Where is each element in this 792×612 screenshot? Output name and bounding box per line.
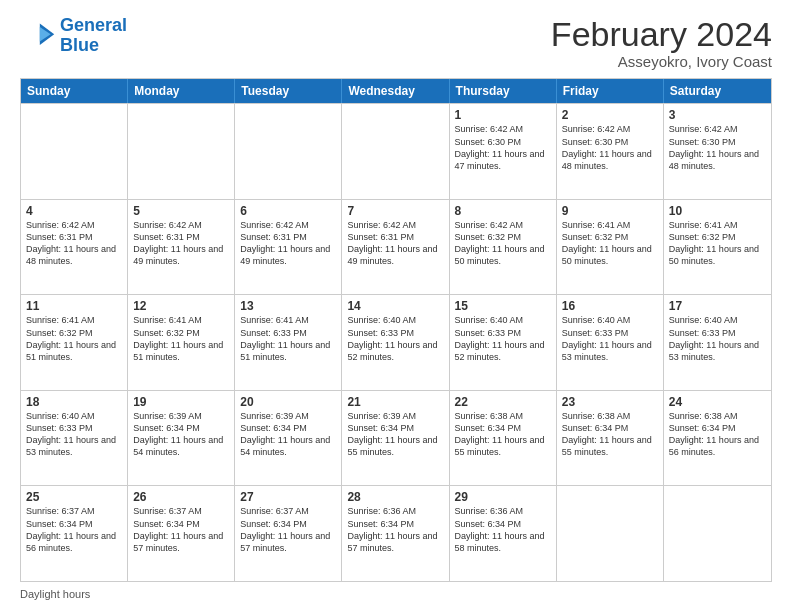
day-number: 1 [455, 108, 551, 122]
calendar-header: SundayMondayTuesdayWednesdayThursdayFrid… [21, 79, 771, 103]
cal-header-thursday: Thursday [450, 79, 557, 103]
day-info: Sunrise: 6:42 AM Sunset: 6:31 PM Dayligh… [347, 219, 443, 268]
day-info: Sunrise: 6:42 AM Sunset: 6:32 PM Dayligh… [455, 219, 551, 268]
cal-cell: 26Sunrise: 6:37 AM Sunset: 6:34 PM Dayli… [128, 486, 235, 581]
cal-cell: 13Sunrise: 6:41 AM Sunset: 6:33 PM Dayli… [235, 295, 342, 390]
day-number: 4 [26, 204, 122, 218]
logo: General Blue [20, 16, 127, 56]
logo-blue: Blue [60, 35, 99, 55]
day-info: Sunrise: 6:38 AM Sunset: 6:34 PM Dayligh… [455, 410, 551, 459]
logo-icon [20, 18, 56, 54]
cal-cell [21, 104, 128, 199]
cal-week-1: 1Sunrise: 6:42 AM Sunset: 6:30 PM Daylig… [21, 103, 771, 199]
calendar: SundayMondayTuesdayWednesdayThursdayFrid… [20, 78, 772, 582]
cal-cell: 12Sunrise: 6:41 AM Sunset: 6:32 PM Dayli… [128, 295, 235, 390]
day-number: 16 [562, 299, 658, 313]
day-number: 17 [669, 299, 766, 313]
day-number: 6 [240, 204, 336, 218]
logo-general: General [60, 15, 127, 35]
day-info: Sunrise: 6:36 AM Sunset: 6:34 PM Dayligh… [347, 505, 443, 554]
cal-cell: 17Sunrise: 6:40 AM Sunset: 6:33 PM Dayli… [664, 295, 771, 390]
cal-cell: 24Sunrise: 6:38 AM Sunset: 6:34 PM Dayli… [664, 391, 771, 486]
cal-header-sunday: Sunday [21, 79, 128, 103]
cal-cell: 29Sunrise: 6:36 AM Sunset: 6:34 PM Dayli… [450, 486, 557, 581]
day-info: Sunrise: 6:40 AM Sunset: 6:33 PM Dayligh… [347, 314, 443, 363]
day-number: 21 [347, 395, 443, 409]
day-number: 5 [133, 204, 229, 218]
cal-week-4: 18Sunrise: 6:40 AM Sunset: 6:33 PM Dayli… [21, 390, 771, 486]
cal-cell: 5Sunrise: 6:42 AM Sunset: 6:31 PM Daylig… [128, 200, 235, 295]
cal-cell [235, 104, 342, 199]
day-number: 22 [455, 395, 551, 409]
day-number: 24 [669, 395, 766, 409]
day-number: 26 [133, 490, 229, 504]
day-number: 2 [562, 108, 658, 122]
cal-cell: 7Sunrise: 6:42 AM Sunset: 6:31 PM Daylig… [342, 200, 449, 295]
day-info: Sunrise: 6:42 AM Sunset: 6:31 PM Dayligh… [133, 219, 229, 268]
page: General Blue February 2024 Asseyokro, Iv… [0, 0, 792, 612]
cal-header-wednesday: Wednesday [342, 79, 449, 103]
cal-cell [128, 104, 235, 199]
cal-header-tuesday: Tuesday [235, 79, 342, 103]
day-info: Sunrise: 6:37 AM Sunset: 6:34 PM Dayligh… [240, 505, 336, 554]
day-info: Sunrise: 6:40 AM Sunset: 6:33 PM Dayligh… [455, 314, 551, 363]
day-info: Sunrise: 6:42 AM Sunset: 6:30 PM Dayligh… [455, 123, 551, 172]
day-number: 7 [347, 204, 443, 218]
cal-cell: 2Sunrise: 6:42 AM Sunset: 6:30 PM Daylig… [557, 104, 664, 199]
header: General Blue February 2024 Asseyokro, Iv… [20, 16, 772, 70]
footer: Daylight hours [20, 588, 772, 600]
day-number: 13 [240, 299, 336, 313]
day-info: Sunrise: 6:41 AM Sunset: 6:32 PM Dayligh… [133, 314, 229, 363]
cal-cell: 15Sunrise: 6:40 AM Sunset: 6:33 PM Dayli… [450, 295, 557, 390]
day-info: Sunrise: 6:41 AM Sunset: 6:33 PM Dayligh… [240, 314, 336, 363]
cal-header-monday: Monday [128, 79, 235, 103]
cal-cell: 27Sunrise: 6:37 AM Sunset: 6:34 PM Dayli… [235, 486, 342, 581]
cal-cell: 19Sunrise: 6:39 AM Sunset: 6:34 PM Dayli… [128, 391, 235, 486]
daylight-label: Daylight hours [20, 588, 90, 600]
day-number: 3 [669, 108, 766, 122]
day-info: Sunrise: 6:40 AM Sunset: 6:33 PM Dayligh… [26, 410, 122, 459]
logo-text: General Blue [60, 16, 127, 56]
day-info: Sunrise: 6:37 AM Sunset: 6:34 PM Dayligh… [26, 505, 122, 554]
cal-week-5: 25Sunrise: 6:37 AM Sunset: 6:34 PM Dayli… [21, 485, 771, 581]
day-info: Sunrise: 6:42 AM Sunset: 6:31 PM Dayligh… [26, 219, 122, 268]
day-info: Sunrise: 6:42 AM Sunset: 6:31 PM Dayligh… [240, 219, 336, 268]
cal-cell: 1Sunrise: 6:42 AM Sunset: 6:30 PM Daylig… [450, 104, 557, 199]
calendar-body: 1Sunrise: 6:42 AM Sunset: 6:30 PM Daylig… [21, 103, 771, 581]
day-number: 14 [347, 299, 443, 313]
cal-cell: 10Sunrise: 6:41 AM Sunset: 6:32 PM Dayli… [664, 200, 771, 295]
day-number: 19 [133, 395, 229, 409]
cal-cell: 25Sunrise: 6:37 AM Sunset: 6:34 PM Dayli… [21, 486, 128, 581]
cal-cell: 14Sunrise: 6:40 AM Sunset: 6:33 PM Dayli… [342, 295, 449, 390]
cal-week-3: 11Sunrise: 6:41 AM Sunset: 6:32 PM Dayli… [21, 294, 771, 390]
cal-cell: 4Sunrise: 6:42 AM Sunset: 6:31 PM Daylig… [21, 200, 128, 295]
cal-cell: 11Sunrise: 6:41 AM Sunset: 6:32 PM Dayli… [21, 295, 128, 390]
cal-cell [557, 486, 664, 581]
day-number: 11 [26, 299, 122, 313]
day-info: Sunrise: 6:41 AM Sunset: 6:32 PM Dayligh… [669, 219, 766, 268]
day-number: 18 [26, 395, 122, 409]
cal-cell: 16Sunrise: 6:40 AM Sunset: 6:33 PM Dayli… [557, 295, 664, 390]
day-number: 27 [240, 490, 336, 504]
day-number: 20 [240, 395, 336, 409]
day-info: Sunrise: 6:41 AM Sunset: 6:32 PM Dayligh… [26, 314, 122, 363]
day-number: 25 [26, 490, 122, 504]
day-info: Sunrise: 6:39 AM Sunset: 6:34 PM Dayligh… [347, 410, 443, 459]
day-number: 15 [455, 299, 551, 313]
main-title: February 2024 [551, 16, 772, 53]
day-info: Sunrise: 6:39 AM Sunset: 6:34 PM Dayligh… [240, 410, 336, 459]
day-info: Sunrise: 6:38 AM Sunset: 6:34 PM Dayligh… [669, 410, 766, 459]
day-number: 28 [347, 490, 443, 504]
day-info: Sunrise: 6:38 AM Sunset: 6:34 PM Dayligh… [562, 410, 658, 459]
day-number: 8 [455, 204, 551, 218]
day-info: Sunrise: 6:42 AM Sunset: 6:30 PM Dayligh… [669, 123, 766, 172]
cal-header-saturday: Saturday [664, 79, 771, 103]
cal-cell: 21Sunrise: 6:39 AM Sunset: 6:34 PM Dayli… [342, 391, 449, 486]
cal-cell: 3Sunrise: 6:42 AM Sunset: 6:30 PM Daylig… [664, 104, 771, 199]
day-number: 23 [562, 395, 658, 409]
day-number: 9 [562, 204, 658, 218]
day-number: 29 [455, 490, 551, 504]
day-info: Sunrise: 6:39 AM Sunset: 6:34 PM Dayligh… [133, 410, 229, 459]
cal-cell: 22Sunrise: 6:38 AM Sunset: 6:34 PM Dayli… [450, 391, 557, 486]
cal-cell: 23Sunrise: 6:38 AM Sunset: 6:34 PM Dayli… [557, 391, 664, 486]
